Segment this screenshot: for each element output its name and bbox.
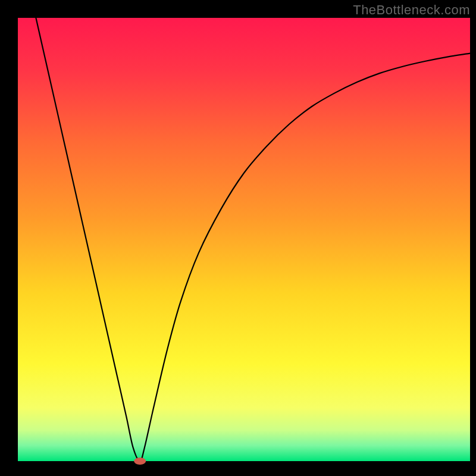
min-point-marker (134, 458, 146, 465)
watermark-text: TheBottleneck.com (353, 2, 470, 18)
chart-frame: TheBottleneck.com (0, 0, 476, 476)
bottleneck-chart (0, 0, 476, 476)
